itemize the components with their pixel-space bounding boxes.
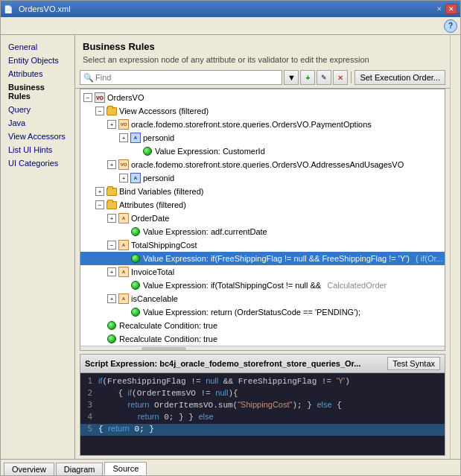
nav-list-ui-hints[interactable]: List UI Hints: [4, 144, 71, 156]
tree-node-personid-1[interactable]: + A personid: [80, 131, 445, 145]
nav-general[interactable]: General: [4, 41, 71, 53]
nav-entity-objects[interactable]: Entity Objects: [4, 54, 71, 66]
vo-icon: VO: [94, 92, 106, 104]
green-icon-3: [130, 253, 142, 264]
expand-attrs[interactable]: −: [95, 200, 104, 209]
freeshipping-label: Value Expression: if(FreeShippingFlag !=…: [143, 254, 410, 263]
test-syntax-button[interactable]: Test Syntax: [387, 357, 440, 370]
totalshipping-label: TotalShippingCost: [131, 241, 197, 250]
tree-node-recalculate-1[interactable]: Recalculate Condition: true: [80, 319, 445, 332]
orderstatuscode-label: Value Expression: return (OrderStatusCod…: [143, 308, 360, 317]
nav-business-rules[interactable]: Business Rules: [4, 81, 71, 102]
xml-attr-icon-1: A: [118, 212, 130, 224]
line-code-3: return OrderItemsVO.sum("ShippingCost");…: [98, 400, 342, 410]
nav-attributes[interactable]: Attributes: [4, 68, 71, 80]
tree-node-adf-date[interactable]: Value Expression: adf.currentDate: [80, 225, 445, 238]
green-icon-1: [142, 145, 153, 157]
tree-area[interactable]: − VO OrdersVO − View Accessors (filtered…: [80, 89, 445, 351]
xml-attr-icon-3: A: [118, 266, 130, 278]
recalculate-1-label: Recalculate Condition: true: [119, 321, 217, 330]
expand-totalshipping[interactable]: −: [107, 241, 116, 250]
delete-button[interactable]: ✕: [333, 70, 348, 85]
horizontal-scrollbar[interactable]: [80, 346, 445, 351]
right-scrollbar[interactable]: [450, 35, 460, 459]
line-num-3: 3: [80, 400, 98, 410]
tree-node-invoicetotal[interactable]: + A InvoiceTotal: [80, 265, 445, 279]
script-area: Script Expression: bc4j_oracle_fodemo_st…: [80, 354, 445, 456]
window-title: OrdersVO.xml: [16, 4, 436, 13]
folder-icon-2: [106, 185, 118, 197]
main-window: 📄 OrdersVO.xml ✕ ✕ ? General Entity Obje…: [0, 0, 461, 476]
tree-node-orderdate[interactable]: + A OrderDate: [80, 212, 445, 225]
nav-query[interactable]: Query: [4, 104, 71, 115]
xml-attr-icon-2: A: [118, 239, 130, 251]
personid-2-label: personid: [143, 174, 174, 183]
tree-node-orderstatuscode[interactable]: Value Expression: return (OrderStatusCod…: [80, 305, 445, 319]
tree-node-view-accessors[interactable]: − View Accessors (filtered): [80, 104, 445, 118]
set-execution-order-button[interactable]: Set Execution Order...: [355, 70, 445, 85]
view-accessors-label: View Accessors (filtered): [119, 107, 209, 115]
filter-button[interactable]: ▼: [284, 70, 299, 85]
line-code-1: if(FreeShippingFlag != null && FreeShipp…: [98, 376, 350, 386]
tree-node-attrs-filtered[interactable]: − Attributes (filtered): [80, 198, 445, 212]
tab-source[interactable]: Source: [104, 462, 147, 475]
tree-node-payment-options[interactable]: + VO oracle.fodemo.storefront.store.quer…: [80, 118, 445, 131]
line-code-2: { if(OrderItemsVO != null){: [98, 388, 238, 398]
nav-java[interactable]: Java: [4, 117, 71, 129]
green-icon-6: [106, 320, 118, 331]
toolbar-separator: [351, 72, 352, 83]
expand-payment[interactable]: +: [107, 120, 116, 129]
help-button[interactable]: ?: [444, 19, 457, 33]
tree-node-bind-vars[interactable]: + Bind Variables (filtered): [80, 185, 445, 198]
freeshipping-extra: { if(Or...: [416, 254, 443, 263]
title-bar: 📄 OrdersVO.xml ✕ ✕: [1, 1, 460, 17]
nav-ui-categories[interactable]: UI Categories: [4, 157, 71, 169]
expand-personid-2[interactable]: +: [119, 174, 128, 183]
green-icon-4: [130, 279, 142, 291]
expand-bind-vars[interactable]: +: [95, 187, 104, 196]
panel-title: Business Rules: [83, 41, 442, 52]
totalshipping-ve-extra: CalculatedOrder: [327, 281, 387, 290]
bottom-tabs: Overview Diagram Source: [1, 459, 460, 475]
tree-node-personid-2[interactable]: + A personid: [80, 171, 445, 185]
add-button[interactable]: +: [300, 70, 315, 85]
green-icon-2: [130, 226, 142, 238]
code-line-4: 4 return 0; } } else: [80, 412, 445, 424]
tree-node-iscancelable[interactable]: + A isCancelable: [80, 292, 445, 305]
tree-node-totalshipping-ve[interactable]: Value Expression: if(TotalShippingCost !…: [80, 279, 445, 292]
attr-icon-1: A: [130, 132, 142, 144]
close-button[interactable]: ✕: [445, 4, 457, 14]
line-num-1: 1: [80, 376, 98, 386]
expand-personid-1[interactable]: +: [119, 133, 128, 142]
green-icon-7: [106, 333, 118, 345]
main-content: General Entity Objects Attributes Busine…: [1, 35, 460, 459]
expand-invoicetotal[interactable]: +: [107, 267, 116, 276]
tree-node-freeshipping[interactable]: Value Expression: if(FreeShippingFlag !=…: [80, 252, 445, 265]
code-line-5: 5 { return 0; }: [80, 424, 445, 436]
tree-node-root[interactable]: − VO OrdersVO: [80, 91, 445, 104]
search-input[interactable]: [95, 73, 279, 82]
expand-view-acc[interactable]: −: [95, 107, 104, 115]
script-header: Script Expression: bc4j_oracle_fodemo_st…: [80, 355, 445, 373]
script-title: Script Expression: bc4j_oracle_fodemo_st…: [85, 359, 360, 368]
expand-addresses[interactable]: +: [107, 160, 116, 169]
search-box[interactable]: 🔍: [80, 70, 282, 85]
code-line-2: 2 { if(OrderItemsVO != null){: [80, 388, 445, 400]
panel-subtitle: Select an expression node of any attribu…: [83, 55, 442, 64]
nav-view-accessors[interactable]: View Accessors: [4, 130, 71, 142]
tab-diagram[interactable]: Diagram: [56, 463, 104, 475]
edit-button[interactable]: ✎: [317, 70, 331, 85]
expand-iscancelable[interactable]: +: [107, 294, 116, 303]
expand-root[interactable]: −: [83, 93, 92, 102]
tree-node-addresses[interactable]: + VO oracle.fodemo.storefront.store.quer…: [80, 158, 445, 171]
tree-node-custid[interactable]: Value Expression: CustomerId: [80, 145, 445, 158]
search-icon: 🔍: [83, 73, 94, 83]
tree-node-totalshipping[interactable]: − A TotalShippingCost: [80, 238, 445, 252]
tab-overview[interactable]: Overview: [4, 463, 54, 475]
root-label: OrdersVO: [107, 93, 144, 102]
tree-node-recalculate-2[interactable]: Recalculate Condition: true: [80, 332, 445, 346]
line-num-5: 5: [80, 424, 98, 434]
expand-orderdate[interactable]: +: [107, 214, 116, 223]
totalshipping-ve-label: Value Expression: if(TotalShippingCost !…: [143, 281, 321, 290]
folder-icon-3: [106, 199, 118, 211]
